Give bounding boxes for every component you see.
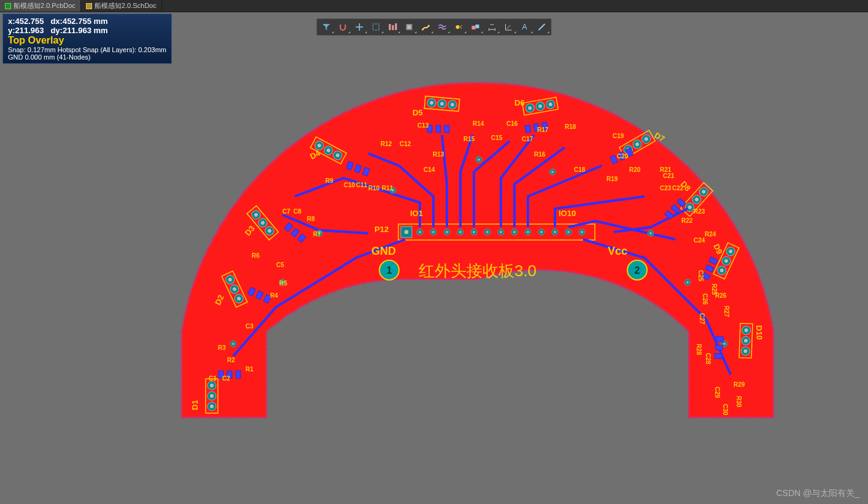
svg-text:C3: C3: [246, 323, 254, 330]
svg-text:IO10: IO10: [559, 209, 576, 218]
svg-text:R23: R23: [694, 208, 705, 215]
svg-text:D10: D10: [754, 325, 764, 340]
svg-text:R20: R20: [629, 166, 641, 173]
svg-point-8: [456, 25, 460, 29]
tab-pcbdoc[interactable]: 船模感知2.0.PcbDoc: [0, 0, 81, 12]
pcb-icon: [5, 3, 11, 9]
svg-text:R5: R5: [279, 280, 287, 287]
svg-text:R6: R6: [252, 252, 260, 259]
document-tabs: 船模感知2.0.PcbDoc 船模感知2.0.SchDoc: [0, 0, 868, 12]
svg-text:R30: R30: [735, 396, 742, 408]
svg-text:D6: D6: [514, 98, 525, 107]
svg-text:IO1: IO1: [410, 209, 423, 218]
svg-text:R24: R24: [705, 231, 716, 238]
svg-text:R19: R19: [606, 176, 618, 182]
svg-text:C2: C2: [222, 375, 230, 382]
measure-button[interactable]: [501, 20, 517, 34]
svg-text:C10: C10: [344, 182, 355, 188]
svg-text:R3: R3: [218, 344, 226, 351]
svg-text:R18: R18: [565, 123, 576, 130]
svg-text:R9: R9: [325, 177, 333, 184]
svg-text:C25: C25: [697, 270, 704, 282]
svg-text:C26: C26: [702, 293, 708, 305]
svg-rect-24: [405, 230, 408, 234]
line-button[interactable]: [534, 20, 550, 34]
current-layer: Top Overlay: [8, 35, 166, 46]
header-d1: [206, 379, 218, 413]
svg-text:R12: R12: [381, 141, 392, 147]
svg-text:C21: C21: [663, 173, 675, 179]
svg-text:C30: C30: [722, 404, 729, 416]
svg-text:C28: C28: [705, 353, 711, 365]
svg-text:C23: C23: [660, 185, 672, 192]
svg-rect-1: [389, 24, 391, 30]
svg-text:C13: C13: [417, 122, 429, 129]
svg-text:R22: R22: [681, 217, 693, 224]
svg-text:R29: R29: [734, 381, 745, 388]
svg-rect-2: [392, 25, 394, 30]
svg-text:C27: C27: [699, 313, 705, 325]
svg-rect-3: [395, 23, 397, 30]
svg-text:R13: R13: [433, 151, 444, 158]
filter-button[interactable]: [319, 20, 335, 34]
svg-text:R14: R14: [473, 120, 484, 127]
svg-text:R27: R27: [723, 306, 730, 317]
align-button[interactable]: [385, 20, 401, 34]
snap-info: Snap: 0.127mm Hotspot Snap (All Layers):…: [8, 46, 166, 53]
svg-text:C7: C7: [282, 208, 290, 215]
diff-pair-button[interactable]: [435, 20, 451, 34]
via-button[interactable]: [451, 20, 467, 34]
pcb-canvas[interactable]: 1 2 GND Vcc: [0, 12, 868, 504]
active-bar: A: [317, 18, 552, 36]
selection-button[interactable]: [368, 20, 384, 34]
svg-text:C5: C5: [276, 262, 284, 268]
svg-text:A: A: [522, 23, 527, 31]
svg-text:R8: R8: [307, 215, 315, 222]
component-button[interactable]: [401, 20, 417, 34]
text-button[interactable]: A: [517, 20, 533, 34]
svg-text:C12: C12: [400, 141, 411, 147]
svg-rect-0: [373, 24, 379, 30]
svg-text:GND: GND: [371, 245, 396, 257]
pad1-label: 1: [387, 265, 392, 276]
svg-text:R28: R28: [696, 344, 702, 355]
svg-text:R26: R26: [715, 292, 727, 299]
dimension-button[interactable]: [484, 20, 500, 34]
svg-text:C11: C11: [356, 182, 368, 188]
svg-text:C18: C18: [574, 166, 586, 173]
svg-rect-5: [408, 25, 411, 29]
coord-line-1: x:452.755 dx:452.755 mm: [8, 17, 166, 26]
svg-point-6: [422, 29, 424, 31]
svg-text:C17: C17: [522, 136, 533, 142]
heads-up-display: x:452.755 dx:452.755 mm y:211.963 dy:211…: [2, 14, 172, 64]
polygon-button[interactable]: [468, 20, 484, 34]
pad2-label: 2: [635, 265, 640, 276]
svg-text:Vcc: Vcc: [608, 245, 627, 257]
crosshair-button[interactable]: [352, 20, 368, 34]
svg-text:R16: R16: [534, 151, 546, 158]
svg-text:R21: R21: [660, 166, 672, 173]
svg-text:C14: C14: [424, 166, 435, 173]
net-info: GND 0.000 mm (41-Nodes): [8, 53, 166, 61]
svg-text:R11: R11: [382, 185, 393, 192]
svg-rect-9: [472, 26, 476, 29]
board-body: [182, 83, 773, 417]
coord-line-2: y:211.963 dy:211.963 mm: [8, 26, 166, 35]
snap-button[interactable]: [335, 20, 351, 34]
svg-text:C24: C24: [694, 237, 705, 244]
svg-text:R2: R2: [227, 357, 235, 363]
svg-text:P12: P12: [374, 225, 389, 234]
tab-label: 船模感知2.0.SchDoc: [95, 1, 157, 10]
svg-text:C8: C8: [293, 208, 301, 215]
svg-text:C29: C29: [714, 387, 721, 398]
svg-text:R15: R15: [463, 136, 475, 142]
svg-text:R17: R17: [537, 126, 549, 133]
svg-text:D1: D1: [190, 400, 200, 410]
svg-text:C15: C15: [491, 134, 503, 141]
svg-text:C16: C16: [506, 120, 518, 127]
svg-text:R10: R10: [368, 185, 380, 192]
tab-schdoc[interactable]: 船模感知2.0.SchDoc: [81, 0, 162, 12]
svg-point-7: [428, 25, 430, 27]
svg-text:C22: C22: [672, 185, 684, 192]
route-button[interactable]: [418, 20, 434, 34]
